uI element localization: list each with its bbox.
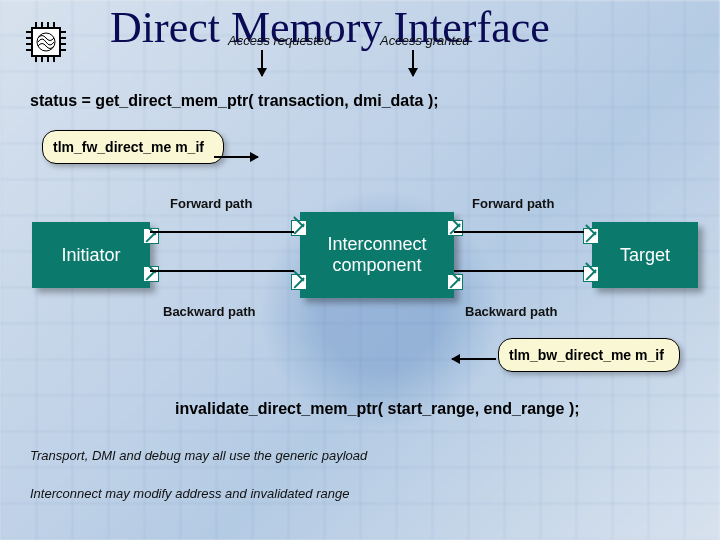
- label-access-granted: Access granted: [380, 33, 470, 48]
- note-interconnect: Interconnect may modify address and inva…: [30, 486, 349, 501]
- label-forward-right: Forward path: [472, 196, 554, 211]
- port-icon: [583, 228, 599, 244]
- node-interconnect: Interconnect component: [300, 212, 454, 298]
- line-fw-left: [150, 231, 294, 233]
- line-bw-right: [454, 270, 584, 272]
- arrow-bw-callout: [452, 358, 496, 360]
- port-icon: [143, 266, 159, 282]
- callout-tlm-fw: tlm_fw_direct_me m_if: [42, 130, 224, 164]
- node-interconnect-line1: Interconnect: [327, 234, 426, 255]
- arrow-down-requested: [261, 50, 263, 76]
- node-initiator: Initiator: [32, 222, 150, 288]
- label-forward-left: Forward path: [170, 196, 252, 211]
- line-bw-left: [150, 270, 294, 272]
- node-interconnect-line2: component: [332, 255, 421, 276]
- label-backward-right: Backward path: [465, 304, 557, 319]
- node-initiator-label: Initiator: [61, 245, 120, 266]
- chip-icon: [22, 18, 70, 66]
- port-icon: [583, 266, 599, 282]
- callout-fw-text: tlm_fw_direct_me m_if: [53, 139, 204, 155]
- code-status-line: status = get_direct_mem_ptr( transaction…: [30, 92, 439, 110]
- node-target: Target: [592, 222, 698, 288]
- note-transport: Transport, DMI and debug may all use the…: [30, 448, 367, 463]
- port-icon: [447, 220, 463, 236]
- arrow-fw-callout: [214, 156, 258, 158]
- port-icon: [447, 274, 463, 290]
- node-target-label: Target: [620, 245, 670, 266]
- label-backward-left: Backward path: [163, 304, 255, 319]
- label-access-requested: Access requested: [228, 33, 331, 48]
- port-icon: [291, 220, 307, 236]
- slide-content: Direct Memory Interface Access requested…: [0, 0, 720, 540]
- arrow-down-granted: [412, 50, 414, 76]
- callout-tlm-bw: tlm_bw_direct_me m_if: [498, 338, 680, 372]
- code-invalidate-line: invalidate_direct_mem_ptr( start_range, …: [175, 400, 580, 418]
- port-icon: [291, 274, 307, 290]
- line-fw-right: [454, 231, 584, 233]
- callout-bw-text: tlm_bw_direct_me m_if: [509, 347, 664, 363]
